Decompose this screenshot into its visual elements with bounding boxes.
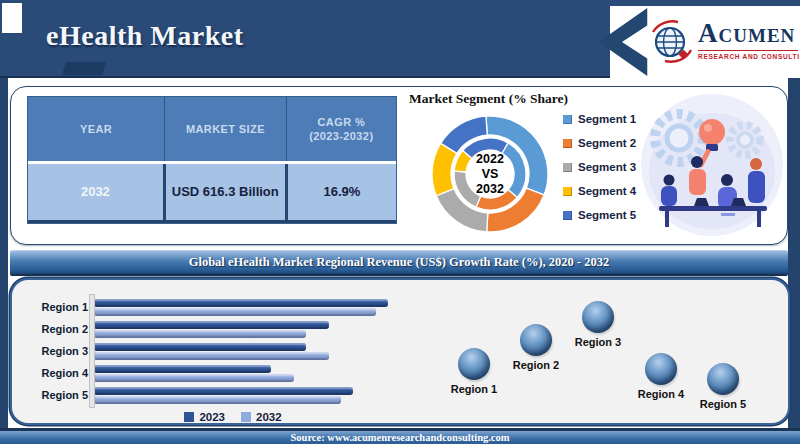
legend-swatch-icon [563, 163, 572, 172]
region-sphere [707, 363, 739, 395]
region-sphere-label: Region 5 [700, 398, 746, 410]
region-sphere-label: Region 1 [451, 383, 497, 395]
table-cell-cagr: 16.9% [288, 164, 396, 220]
legend-label: Segment 5 [578, 209, 636, 221]
header-tab [62, 62, 106, 75]
donut-legend-item: Segment 4 [563, 185, 636, 197]
logo-chevron-icon [596, 8, 648, 76]
donut-center-label: 2022 VS 2032 [428, 112, 552, 236]
section-banner: Global eHealth Market Regional Revenue (… [10, 250, 788, 276]
logo-text: ACUMEN RESEARCH AND CONSULTING [698, 20, 798, 60]
logo: ACUMEN RESEARCH AND CONSULTING [610, 6, 800, 78]
header: eHealth Market ACUMEN RES [0, 0, 800, 78]
region-sphere-label: Region 2 [513, 359, 559, 371]
donut-legend-item: Segment 5 [563, 209, 636, 221]
table-cell-year: 2032 [28, 164, 166, 220]
donut-legend-item: Segment 1 [563, 113, 636, 125]
region-sphere [582, 301, 614, 333]
logo-tagline: RESEARCH AND CONSULTING [698, 50, 798, 60]
table-row: 2032 USD 616.3 Billion 16.9% [28, 164, 396, 223]
globe-icon [650, 20, 696, 66]
region-sphere [645, 353, 677, 385]
donut-legend-item: Segment 2 [563, 137, 636, 149]
bottom-panel: Region 1Region 2Region 3Region 4Region 5… [10, 278, 790, 425]
footer: Source: www.acumenresearchandconsulting.… [0, 428, 800, 444]
legend-swatch-icon [563, 187, 572, 196]
legend-label: Segment 4 [578, 185, 636, 197]
left-frame-band [0, 76, 8, 428]
legend-label: Segment 3 [578, 161, 636, 173]
legend-swatch-icon [563, 211, 572, 220]
donut-chart-title: Market Segment (% Share) [409, 91, 629, 107]
region-bubbles: Region 1Region 2Region 3Region 4Region 5 [12, 280, 788, 423]
table-header-row: YEAR MARKET SIZE CAGR % (2023-2032) [28, 97, 396, 161]
legend-swatch-icon [563, 139, 572, 148]
region-sphere [520, 324, 552, 356]
infographic-root: eHealth Market ACUMEN RES [0, 0, 800, 444]
region-sphere-label: Region 3 [575, 336, 621, 348]
table-header-market-size: MARKET SIZE [165, 97, 286, 161]
table-header-year: YEAR [28, 97, 165, 161]
summary-table: YEAR MARKET SIZE CAGR % (2023-2032) 2032… [27, 96, 397, 224]
table-cell-market-size: USD 616.3 Billion [166, 164, 288, 220]
logo-name: ACUMEN [698, 20, 798, 49]
donut-legend-item: Segment 3 [563, 161, 636, 173]
legend-label: Segment 1 [578, 113, 636, 125]
header-notch [2, 3, 22, 33]
legend-swatch-icon [563, 115, 572, 124]
top-panel: YEAR MARKET SIZE CAGR % (2023-2032) 2032… [10, 86, 788, 245]
donut-legend: Segment 1Segment 2Segment 3Segment 4Segm… [563, 113, 636, 233]
table-header-cagr: CAGR % (2023-2032) [287, 97, 396, 161]
source-text: Source: www.acumenresearchandconsulting.… [290, 432, 509, 443]
legend-label: Segment 2 [578, 137, 636, 149]
page-title: eHealth Market [46, 20, 244, 52]
region-sphere-label: Region 4 [638, 388, 684, 400]
team-illustration [639, 92, 785, 238]
region-sphere [458, 348, 490, 380]
